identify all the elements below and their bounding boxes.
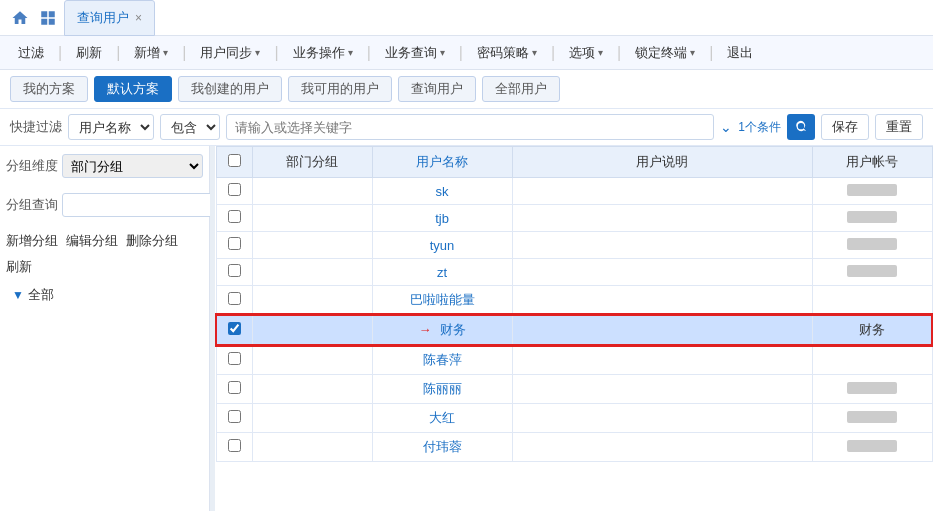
row-checkbox[interactable] <box>228 183 241 196</box>
dept-cell <box>252 375 372 404</box>
account-cell <box>812 178 932 205</box>
logout-btn[interactable]: 退出 <box>719 41 761 65</box>
username-cell[interactable]: zt <box>372 259 512 286</box>
search-label: 分组查询 <box>6 196 58 214</box>
search-button[interactable] <box>787 114 815 140</box>
table-row[interactable]: zt <box>216 259 932 286</box>
left-panel: 分组维度 部门分组 分组查询 查询 新增分组 编辑分组 删除分组 刷新 ▼ 全部 <box>0 146 210 511</box>
desc-cell <box>512 205 812 232</box>
tree-item-all[interactable]: ▼ 全部 <box>6 282 203 308</box>
grid-icon[interactable] <box>36 6 60 30</box>
gray-placeholder <box>847 211 897 223</box>
dept-cell <box>252 232 372 259</box>
table-row[interactable]: 巴啦啦能量 <box>216 286 932 316</box>
table-row[interactable]: tjb <box>216 205 932 232</box>
username-cell[interactable]: 陈丽丽 <box>372 375 512 404</box>
header-username-col: 用户名称 <box>372 147 512 178</box>
desc-cell <box>512 345 812 375</box>
row-checkbox[interactable] <box>228 237 241 250</box>
my-created-users-btn[interactable]: 我创建的用户 <box>178 76 282 102</box>
desc-cell <box>512 433 812 462</box>
table-row[interactable]: sk <box>216 178 932 205</box>
username-cell[interactable]: tyun <box>372 232 512 259</box>
desc-cell <box>512 286 812 316</box>
row-checkbox[interactable] <box>228 322 241 335</box>
gray-placeholder <box>847 411 897 423</box>
account-cell <box>812 433 932 462</box>
table-header-row: 部门分组 用户名称 用户说明 用户帐号 <box>216 147 932 178</box>
save-button[interactable]: 保存 <box>821 114 869 140</box>
quick-filter-label: 快捷过滤 <box>10 118 62 136</box>
edit-group-btn[interactable]: 编辑分组 <box>66 232 118 250</box>
desc-cell <box>512 404 812 433</box>
left-actions: 新增分组 编辑分组 删除分组 刷新 <box>6 232 203 276</box>
row-checkbox[interactable] <box>228 210 241 223</box>
gray-placeholder <box>847 238 897 250</box>
reset-button[interactable]: 重置 <box>875 114 923 140</box>
username-cell[interactable]: →财务 <box>372 315 512 345</box>
add-group-btn[interactable]: 新增分组 <box>6 232 58 250</box>
table-row[interactable]: 大红 <box>216 404 932 433</box>
expand-condition-icon[interactable]: ⌄ <box>720 119 732 135</box>
condition-count: 1个条件 <box>738 119 781 136</box>
username-cell[interactable]: 付玮蓉 <box>372 433 512 462</box>
options-btn[interactable]: 选项 ▾ <box>561 41 611 65</box>
filter-condition-select[interactable]: 包含 <box>160 114 220 140</box>
account-cell: 财务 <box>812 315 932 345</box>
account-cell <box>812 205 932 232</box>
username-cell[interactable]: 大红 <box>372 404 512 433</box>
tree-expand-icon: ▼ <box>12 288 24 302</box>
query-user-tab[interactable]: 查询用户 × <box>64 0 155 36</box>
close-tab-icon[interactable]: × <box>135 11 142 25</box>
biz-ops-btn[interactable]: 业务操作 ▾ <box>285 41 361 65</box>
account-cell <box>812 404 932 433</box>
query-users-btn[interactable]: 查询用户 <box>398 76 476 102</box>
my-scheme-btn[interactable]: 我的方案 <box>10 76 88 102</box>
dept-cell <box>252 345 372 375</box>
dimension-select[interactable]: 部门分组 <box>62 154 203 178</box>
dimension-label: 分组维度 <box>6 157 58 175</box>
refresh-btn[interactable]: 刷新 <box>68 41 110 65</box>
gray-placeholder <box>847 382 897 394</box>
tree-item-label: 全部 <box>28 286 54 304</box>
username-cell[interactable]: sk <box>372 178 512 205</box>
username-cell[interactable]: 巴啦啦能量 <box>372 286 512 316</box>
red-arrow-icon: → <box>419 322 432 337</box>
password-policy-btn[interactable]: 密码策略 ▾ <box>469 41 545 65</box>
row-checkbox[interactable] <box>228 439 241 452</box>
filter-btn[interactable]: 过滤 <box>10 41 52 65</box>
table-row[interactable]: 付玮蓉 <box>216 433 932 462</box>
row-checkbox[interactable] <box>228 292 241 305</box>
row-checkbox[interactable] <box>228 352 241 365</box>
dept-cell <box>252 259 372 286</box>
default-scheme-btn[interactable]: 默认方案 <box>94 76 172 102</box>
table-row[interactable]: 陈丽丽 <box>216 375 932 404</box>
select-all-checkbox[interactable] <box>228 154 241 167</box>
delete-group-btn[interactable]: 删除分组 <box>126 232 178 250</box>
main-area: 分组维度 部门分组 分组查询 查询 新增分组 编辑分组 删除分组 刷新 ▼ 全部 <box>0 146 933 511</box>
gray-placeholder <box>847 184 897 196</box>
filter-keyword-input[interactable] <box>226 114 714 140</box>
home-icon[interactable] <box>8 6 32 30</box>
row-checkbox[interactable] <box>228 381 241 394</box>
my-available-users-btn[interactable]: 我可用的用户 <box>288 76 392 102</box>
dept-cell <box>252 404 372 433</box>
table-row[interactable]: 陈春萍 <box>216 345 932 375</box>
add-btn[interactable]: 新增 ▾ <box>126 41 176 65</box>
gray-placeholder <box>847 440 897 452</box>
row-checkbox[interactable] <box>228 264 241 277</box>
user-sync-btn[interactable]: 用户同步 ▾ <box>192 41 268 65</box>
desc-cell <box>512 178 812 205</box>
table-row[interactable]: →财务财务 <box>216 315 932 345</box>
refresh-group-btn[interactable]: 刷新 <box>6 258 32 276</box>
row-checkbox[interactable] <box>228 410 241 423</box>
username-cell[interactable]: 陈春萍 <box>372 345 512 375</box>
biz-query-btn[interactable]: 业务查询 ▾ <box>377 41 453 65</box>
quick-filter-bar: 快捷过滤 用户名称 包含 ⌄ 1个条件 保存 重置 <box>0 109 933 146</box>
header-dept-col: 部门分组 <box>252 147 372 178</box>
filter-field-select[interactable]: 用户名称 <box>68 114 154 140</box>
all-users-btn[interactable]: 全部用户 <box>482 76 560 102</box>
username-cell[interactable]: tjb <box>372 205 512 232</box>
lock-terminal-btn[interactable]: 锁定终端 ▾ <box>627 41 703 65</box>
table-row[interactable]: tyun <box>216 232 932 259</box>
